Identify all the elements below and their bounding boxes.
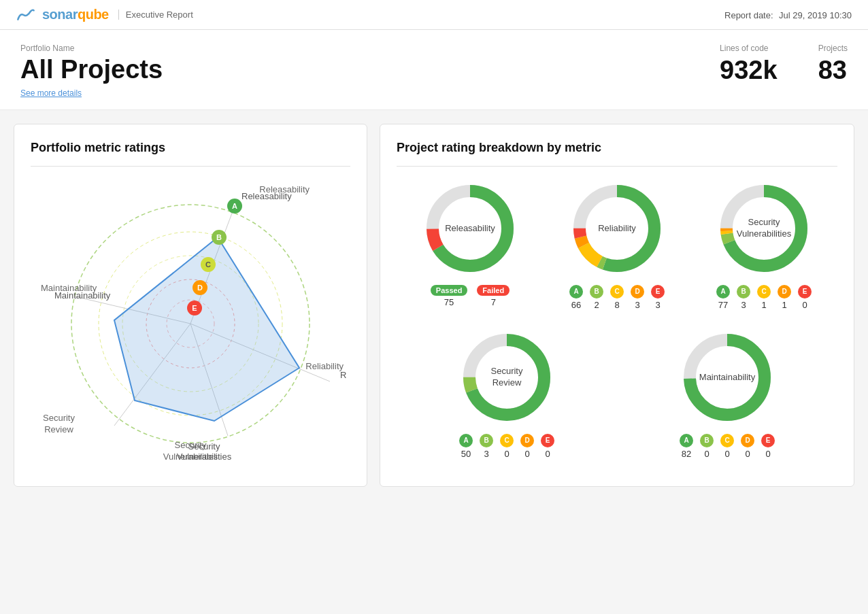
svg-text:Security: Security: [188, 441, 220, 451]
m-d: D 0: [741, 434, 754, 459]
sr-b: B 3: [480, 434, 493, 459]
grade-a-count: 66: [571, 300, 581, 310]
sr-c: C 0: [500, 434, 514, 459]
sv-grade-e: E: [798, 285, 812, 299]
svg-text:Vulnerabilities: Vulnerabilities: [177, 451, 232, 462]
donut-maintainability: Maintainability A 82 B 0 C 0: [676, 326, 778, 459]
report-date: Report date: Jul 29, 2019 10:30: [724, 9, 852, 21]
svg-text:A: A: [232, 202, 237, 210]
sv-grade-d: D: [778, 285, 791, 299]
sv-c: C 1: [757, 285, 771, 310]
m-a: A 82: [680, 434, 693, 459]
reliability-badges: A 66 B 2 C 8 D 3: [569, 285, 665, 310]
grade-c-count: 8: [614, 300, 619, 310]
sr-count-e: 0: [545, 449, 550, 459]
svg-text:Reliability: Reliability: [340, 370, 347, 380]
sr-grade-e: E: [541, 434, 554, 447]
donut-reliability: Reliability A 66 B 2 C 8: [566, 177, 668, 310]
projects-stat: Projects 83: [818, 44, 848, 85]
portfolio-title: All Projects: [20, 56, 163, 84]
m-count-b: 0: [704, 449, 709, 459]
sv-count-b: 3: [741, 300, 746, 310]
m-grade-c: C: [720, 434, 734, 447]
radar-chart: A B C D E Releasability Maintainability …: [31, 177, 350, 470]
reliability-b: B 2: [590, 285, 603, 310]
passed-badge: Passed: [431, 285, 468, 296]
reliability-a: A 66: [569, 285, 583, 310]
sv-count-e: 0: [802, 300, 807, 310]
grade-d-badge: D: [631, 285, 644, 299]
sonarqube-logo-icon: [16, 8, 35, 22]
donut-security-review-chart: Security Review: [456, 326, 558, 428]
grade-a-badge: A: [569, 285, 583, 299]
sv-b: B 3: [737, 285, 750, 310]
svg-text:E: E: [192, 304, 197, 312]
donut-security-vuln-chart: SecurityVulnerabilities: [713, 177, 815, 279]
m-count-e: 0: [765, 449, 770, 459]
svg-text:D: D: [197, 284, 203, 292]
donut-releasability: Releasability Passed 75 Failed 7: [419, 177, 521, 310]
sv-count-c: 1: [761, 300, 766, 310]
m-grade-d: D: [741, 434, 754, 447]
svg-text:B: B: [216, 233, 222, 241]
projects-value: 83: [818, 56, 848, 85]
logo-text: sonarqube: [42, 7, 109, 22]
main-content: Portfolio metric ratings: [0, 110, 868, 500]
donut-maintainability-chart: Maintainability: [676, 326, 778, 428]
svg-text:C: C: [205, 260, 211, 269]
grade-b-count: 2: [594, 300, 599, 310]
sv-a: A 77: [716, 285, 730, 310]
sr-count-c: 0: [504, 449, 509, 459]
portfolio-name-label: Portfolio Name: [20, 44, 163, 53]
sv-grade-c: C: [757, 285, 771, 299]
sr-grade-d: D: [520, 434, 534, 447]
m-grade-b: B: [700, 434, 714, 447]
releasability-passed-group: Passed 75: [431, 285, 468, 307]
top-donuts-row: Releasability Passed 75 Failed 7: [397, 177, 837, 310]
svg-text:Releasability: Releasability: [241, 191, 292, 201]
sr-count-a: 50: [461, 449, 471, 459]
reliability-d: D 3: [631, 285, 644, 310]
sv-d: D 1: [778, 285, 791, 310]
sr-grade-a: A: [459, 434, 473, 447]
grade-e-badge: E: [651, 285, 665, 299]
sv-grade-b: B: [737, 285, 750, 299]
sv-grade-a: A: [716, 285, 730, 299]
reliability-e: E 3: [651, 285, 665, 310]
m-grade-a: A: [680, 434, 693, 447]
maintainability-badges: A 82 B 0 C 0 D 0: [680, 434, 775, 459]
failed-badge: Failed: [477, 285, 510, 296]
radar-card: Portfolio metric ratings: [14, 124, 367, 487]
m-e: E 0: [761, 434, 775, 459]
releasability-badges: Passed 75 Failed 7: [431, 285, 510, 307]
lines-of-code-label: Lines of code: [720, 44, 778, 53]
m-b: B 0: [700, 434, 714, 459]
portfolio-info: Portfolio Name All Projects See more det…: [20, 44, 163, 99]
grade-d-count: 3: [635, 300, 639, 310]
reliability-c: C 8: [610, 285, 624, 310]
sv-count-a: 77: [718, 300, 728, 310]
grade-c-badge: C: [610, 285, 624, 299]
donut-security-review: Security Review A 50 B 3 C 0: [456, 326, 558, 459]
portfolio-header: Portfolio Name All Projects See more det…: [0, 30, 868, 110]
security-vuln-badges: A 77 B 3 C 1 D 1: [716, 285, 812, 310]
radar-svg: A B C D E Releasability Maintainability …: [34, 184, 347, 463]
sr-count-d: 0: [524, 449, 529, 459]
sr-grade-c: C: [500, 434, 514, 447]
report-type-label: Executive Report: [118, 10, 193, 20]
breakdown-title: Project rating breakdown by metric: [397, 141, 837, 155]
sr-a: A 50: [459, 434, 473, 459]
portfolio-stats: Lines of code 932k Projects 83: [720, 44, 848, 85]
m-grade-e: E: [761, 434, 775, 447]
bottom-donuts-row: Security Review A 50 B 3 C 0: [397, 326, 837, 459]
radar-title: Portfolio metric ratings: [31, 141, 350, 155]
donut-security-vuln: SecurityVulnerabilities A 77 B 3 C 1: [713, 177, 815, 310]
passed-count: 75: [444, 297, 454, 307]
projects-label: Projects: [818, 44, 848, 53]
sr-e: E 0: [541, 434, 554, 459]
grade-b-badge: B: [590, 285, 603, 299]
see-more-link[interactable]: See more details: [20, 88, 82, 98]
donut-reliability-chart: Reliability: [566, 177, 668, 279]
sr-d: D 0: [520, 434, 534, 459]
failed-count: 7: [491, 297, 496, 307]
